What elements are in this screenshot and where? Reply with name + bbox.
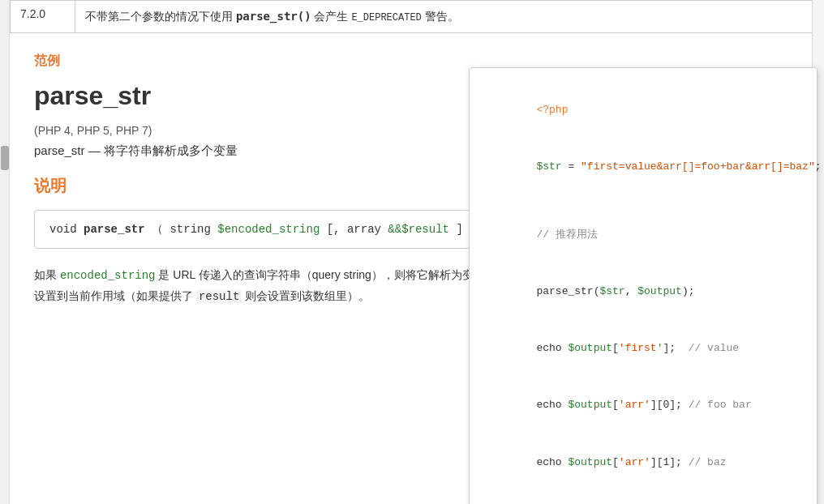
desc-line1-before: 如果 xyxy=(34,268,60,281)
code-line-comment1: // 推荐用法 xyxy=(486,207,800,263)
sig-open-paren: （ xyxy=(152,223,170,236)
param2-name: &&$result xyxy=(388,223,449,236)
desc-keyword: result xyxy=(196,290,242,303)
table-row: 7.2.0 不带第二个参数的情况下使用 parse_str() 会产生 E_DE… xyxy=(11,1,824,33)
code-empty-2 xyxy=(486,490,800,502)
version-table-section: 7.2.0 不带第二个参数的情况下使用 parse_str() 会产生 E_DE… xyxy=(10,0,824,33)
page-body: 范例 parse_str (PHP 4, PHP 5, PHP 7) parse… xyxy=(10,33,824,323)
changelog-table: 7.2.0 不带第二个参数的情况下使用 parse_str() 会产生 E_DE… xyxy=(10,0,824,33)
sig-close: ] xyxy=(456,223,462,236)
code-line-8: echo $output['arr'][1]; // baz xyxy=(486,434,800,490)
code-line-7: echo $output['arr'][0]; // foo bar xyxy=(486,377,800,434)
description-cell: 不带第二个参数的情况下使用 parse_str() 会产生 E_DEPRECAT… xyxy=(75,1,824,33)
desc-line2-after: 则会设置到该数组里）。 xyxy=(242,289,370,302)
desc-line1-after: 是 URL 传递入的查询字符串（query string），则将它解析为变量并 xyxy=(156,268,496,281)
sig-sep: [, xyxy=(327,223,341,236)
code-line-6: echo $output['first']; // value xyxy=(486,320,800,377)
func-name-inline: parse_str() xyxy=(236,10,311,23)
main-content: 7.2.0 不带第二个参数的情况下使用 parse_str() 会产生 E_DE… xyxy=(10,0,824,504)
code-var-str: $str xyxy=(536,160,561,173)
code-line-1: <?php xyxy=(486,81,800,138)
desc-end: 警告。 xyxy=(422,10,459,23)
version-number: 7.2.0 xyxy=(20,7,45,20)
code-popup: <?php $str = "first=value&arr[]=foo+bar&… xyxy=(469,67,818,504)
param2-type: array xyxy=(347,223,381,236)
desc-before: 不带第二个参数的情况下使用 xyxy=(85,10,236,23)
desc-after: 会产生 xyxy=(311,10,352,23)
version-cell: 7.2.0 xyxy=(11,1,75,33)
code-line-5: parse_str($str, $output); xyxy=(486,263,800,320)
code-line-2: $str = "first=value&arr[]=foo+bar&arr[]=… xyxy=(486,138,800,194)
left-scrollbar[interactable] xyxy=(0,0,10,504)
desc-highlight1: encoded_string xyxy=(60,269,156,282)
scrollbar-thumb[interactable] xyxy=(1,146,9,170)
return-type: void xyxy=(49,223,77,236)
desc-line2-before: 设置到当前作用域（如果提供了 xyxy=(34,289,196,302)
deprecated-constant: E_DEPRECATED xyxy=(351,12,421,23)
param1-name: $encoded_string xyxy=(217,223,320,236)
php-open-tag: <?php xyxy=(536,104,568,116)
code-empty-1 xyxy=(486,195,800,207)
param1-type: string xyxy=(170,223,210,236)
sig-func-name: parse_str xyxy=(84,223,145,236)
